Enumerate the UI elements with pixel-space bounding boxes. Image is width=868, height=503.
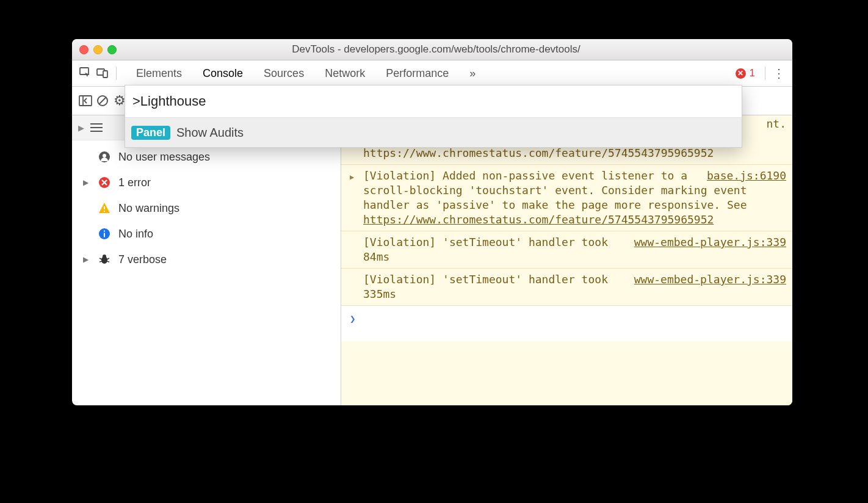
svg-rect-15 — [104, 211, 105, 212]
tab-elements[interactable]: Elements — [135, 67, 183, 80]
minimize-window-button[interactable] — [93, 45, 103, 54]
tab-network[interactable]: Network — [324, 67, 366, 80]
filter-label: No warnings — [118, 202, 179, 215]
svg-line-21 — [99, 258, 102, 259]
filter-verbose[interactable]: ▶ 7 verbose — [72, 247, 341, 272]
command-menu-input[interactable]: >Lighthouse — [125, 85, 742, 118]
svg-rect-14 — [104, 206, 105, 209]
console-prompt[interactable]: ❯ — [341, 306, 792, 341]
source-link[interactable]: www-embed-player.js:339 — [634, 235, 786, 250]
filter-label: No info — [118, 228, 153, 241]
traffic-lights — [72, 45, 117, 54]
tab-sources[interactable]: Sources — [262, 67, 305, 80]
bug-icon — [98, 253, 111, 266]
console-entry: www-embed-player.js:339 [Violation] 'set… — [341, 269, 792, 306]
console-entry[interactable]: ▶ base.js:6190 [Violation] Added non-pas… — [341, 165, 792, 231]
zoom-window-button[interactable] — [107, 45, 117, 54]
error-count-badge[interactable]: ✕ 1 — [736, 67, 755, 79]
filter-label: No user messages — [118, 151, 210, 164]
window-title: DevTools - developers.google.com/web/too… — [117, 43, 756, 56]
svg-point-12 — [103, 154, 106, 157]
console-sidebar: ▶ No user messages ▶ — [72, 115, 341, 405]
partial-link[interactable]: https://www.chromestatus.com/feature/574… — [363, 147, 714, 159]
entry-text: [Violation] Added non-passive event list… — [363, 169, 747, 211]
filter-info[interactable]: No info — [72, 221, 341, 247]
entry-link[interactable]: https://www.chromestatus.com/feature/574… — [363, 213, 714, 226]
entry-text: [Violation] 'setTimeout' handler took 84… — [363, 236, 608, 263]
command-menu-result[interactable]: Panel Show Audits — [125, 118, 742, 147]
chevron-prompt-icon: ❯ — [350, 313, 356, 325]
list-icon — [90, 123, 103, 132]
clear-console-icon[interactable] — [94, 95, 111, 107]
command-menu: >Lighthouse Panel Show Audits — [125, 85, 742, 148]
console-output: nt. make the page more responsive. See h… — [341, 115, 792, 405]
tab-console[interactable]: Console — [201, 67, 244, 80]
close-window-button[interactable] — [79, 45, 89, 54]
svg-rect-0 — [80, 68, 89, 74]
svg-line-23 — [99, 261, 102, 262]
divider — [765, 67, 765, 80]
svg-line-22 — [107, 258, 109, 259]
tabs-overflow[interactable]: » — [468, 67, 477, 80]
device-toolbar-icon[interactable] — [94, 67, 111, 79]
user-icon — [98, 151, 111, 163]
warning-icon — [98, 202, 111, 214]
chevron-right-icon: ▶ — [83, 178, 90, 187]
filter-errors[interactable]: ▶ 1 error — [72, 170, 341, 195]
divider — [116, 67, 117, 80]
tab-performance[interactable]: Performance — [385, 67, 450, 80]
entry-text: [Violation] 'setTimeout' handler took 33… — [363, 273, 608, 300]
filter-warnings[interactable]: No warnings — [72, 195, 341, 221]
devtools-window: DevTools - developers.google.com/web/too… — [72, 39, 792, 405]
source-link[interactable]: base.js:6190 — [707, 168, 786, 183]
result-text: Show Audits — [176, 126, 244, 140]
filter-user-messages[interactable]: No user messages — [72, 144, 341, 170]
chevron-right-icon: ▶ — [350, 170, 354, 184]
filter-label: 1 error — [118, 176, 151, 189]
error-icon: ✕ — [736, 68, 746, 79]
inspect-element-icon[interactable] — [77, 67, 94, 79]
svg-rect-18 — [104, 231, 105, 232]
console-entry: www-embed-player.js:339 [Violation] 'set… — [341, 231, 792, 269]
chevron-right-icon: ▶ — [83, 255, 90, 264]
main-tabbar: Elements Console Sources Network Perform… — [72, 60, 792, 87]
kebab-menu-icon[interactable]: ⋮ — [770, 66, 787, 81]
result-badge: Panel — [131, 126, 170, 140]
chevron-right-icon: ▶ — [78, 123, 84, 132]
error-count: 1 — [750, 67, 755, 79]
info-icon — [98, 228, 111, 240]
titlebar: DevTools - developers.google.com/web/too… — [72, 39, 792, 60]
svg-line-6 — [99, 98, 106, 104]
source-link[interactable]: www-embed-player.js:339 — [634, 272, 786, 287]
error-icon — [98, 176, 111, 189]
toggle-sidebar-icon[interactable] — [77, 95, 94, 106]
filter-label: 7 verbose — [118, 253, 167, 266]
svg-rect-3 — [79, 96, 92, 106]
command-query: >Lighthouse — [132, 93, 206, 109]
svg-rect-17 — [104, 233, 105, 237]
svg-rect-2 — [103, 71, 107, 78]
svg-line-24 — [107, 261, 109, 262]
svg-point-20 — [103, 255, 106, 258]
main-body: ▶ No user messages ▶ — [72, 115, 792, 405]
